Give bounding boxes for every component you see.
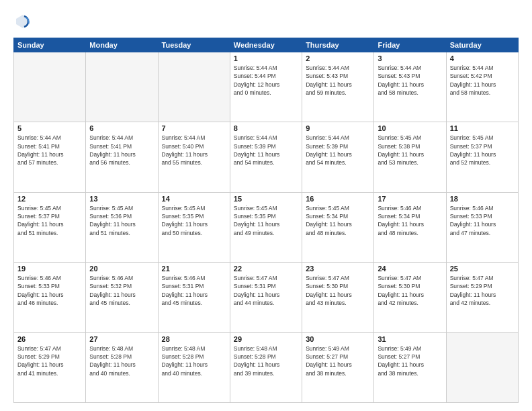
calendar-cell: 26Sunrise: 5:47 AM Sunset: 5:29 PM Dayli…: [14, 332, 86, 402]
cell-info: Sunrise: 5:45 AM Sunset: 5:37 PM Dayligh…: [450, 134, 515, 167]
logo-icon: [13, 12, 32, 31]
calendar-cell: 14Sunrise: 5:45 AM Sunset: 5:35 PM Dayli…: [158, 192, 230, 262]
cell-info: Sunrise: 5:47 AM Sunset: 5:30 PM Dayligh…: [378, 274, 442, 307]
cell-info: Sunrise: 5:45 AM Sunset: 5:35 PM Dayligh…: [234, 204, 298, 237]
calendar-cell: 8Sunrise: 5:44 AM Sunset: 5:39 PM Daylig…: [230, 122, 302, 192]
calendar-cell: [446, 332, 518, 402]
calendar-cell: 24Sunrise: 5:47 AM Sunset: 5:30 PM Dayli…: [374, 263, 446, 332]
calendar-cell: 20Sunrise: 5:46 AM Sunset: 5:32 PM Dayli…: [86, 263, 158, 332]
day-number: 14: [162, 195, 226, 203]
calendar-cell: 23Sunrise: 5:47 AM Sunset: 5:30 PM Dayli…: [302, 263, 374, 332]
page: SundayMondayTuesdayWednesdayThursdayFrid…: [0, 0, 532, 411]
cell-info: Sunrise: 5:47 AM Sunset: 5:30 PM Dayligh…: [306, 274, 370, 307]
calendar-cell: 12Sunrise: 5:45 AM Sunset: 5:37 PM Dayli…: [14, 192, 86, 262]
day-number: 28: [162, 335, 226, 343]
day-number: 25: [450, 265, 515, 273]
cell-info: Sunrise: 5:48 AM Sunset: 5:28 PM Dayligh…: [162, 345, 226, 377]
calendar-cell: 7Sunrise: 5:44 AM Sunset: 5:40 PM Daylig…: [158, 122, 230, 192]
calendar-week-3: 12Sunrise: 5:45 AM Sunset: 5:37 PM Dayli…: [14, 192, 519, 262]
day-number: 21: [162, 265, 226, 273]
cell-info: Sunrise: 5:46 AM Sunset: 5:33 PM Dayligh…: [17, 274, 82, 307]
calendar-header-tuesday: Tuesday: [158, 38, 230, 52]
cell-info: Sunrise: 5:46 AM Sunset: 5:34 PM Dayligh…: [378, 204, 442, 237]
day-number: 19: [17, 265, 82, 273]
calendar-cell: 30Sunrise: 5:49 AM Sunset: 5:27 PM Dayli…: [302, 332, 374, 402]
day-number: 9: [306, 124, 370, 132]
day-number: 12: [17, 195, 82, 203]
day-number: 17: [378, 195, 442, 203]
calendar-week-2: 5Sunrise: 5:44 AM Sunset: 5:41 PM Daylig…: [14, 122, 519, 192]
day-number: 30: [306, 335, 370, 343]
logo: [13, 12, 36, 31]
day-number: 2: [306, 54, 370, 62]
calendar-header-friday: Friday: [374, 38, 446, 52]
day-number: 20: [89, 265, 154, 273]
calendar-week-4: 19Sunrise: 5:46 AM Sunset: 5:33 PM Dayli…: [14, 263, 519, 332]
day-number: 16: [306, 195, 370, 203]
calendar-table: SundayMondayTuesdayWednesdayThursdayFrid…: [13, 38, 519, 403]
day-number: 15: [234, 195, 298, 203]
calendar-cell: 21Sunrise: 5:46 AM Sunset: 5:31 PM Dayli…: [158, 263, 230, 332]
cell-info: Sunrise: 5:44 AM Sunset: 5:42 PM Dayligh…: [450, 64, 515, 97]
cell-info: Sunrise: 5:47 AM Sunset: 5:31 PM Dayligh…: [234, 274, 298, 307]
cell-info: Sunrise: 5:47 AM Sunset: 5:29 PM Dayligh…: [450, 274, 515, 307]
day-number: 24: [378, 265, 442, 273]
calendar-cell: 19Sunrise: 5:46 AM Sunset: 5:33 PM Dayli…: [14, 263, 86, 332]
cell-info: Sunrise: 5:44 AM Sunset: 5:44 PM Dayligh…: [234, 64, 298, 97]
calendar-header-monday: Monday: [86, 38, 158, 52]
calendar-header-thursday: Thursday: [302, 38, 374, 52]
calendar-cell: 4Sunrise: 5:44 AM Sunset: 5:42 PM Daylig…: [446, 52, 518, 122]
day-number: 6: [89, 124, 154, 132]
day-number: 3: [378, 54, 442, 62]
calendar-cell: 31Sunrise: 5:49 AM Sunset: 5:27 PM Dayli…: [374, 332, 446, 402]
cell-info: Sunrise: 5:47 AM Sunset: 5:29 PM Dayligh…: [17, 345, 82, 377]
cell-info: Sunrise: 5:44 AM Sunset: 5:39 PM Dayligh…: [306, 134, 370, 167]
cell-info: Sunrise: 5:44 AM Sunset: 5:43 PM Dayligh…: [378, 64, 442, 97]
cell-info: Sunrise: 5:49 AM Sunset: 5:27 PM Dayligh…: [378, 345, 442, 377]
cell-info: Sunrise: 5:45 AM Sunset: 5:35 PM Dayligh…: [162, 204, 226, 237]
cell-info: Sunrise: 5:49 AM Sunset: 5:27 PM Dayligh…: [306, 345, 370, 377]
day-number: 5: [17, 124, 82, 132]
cell-info: Sunrise: 5:45 AM Sunset: 5:37 PM Dayligh…: [17, 204, 82, 237]
day-number: 26: [17, 335, 82, 343]
calendar-cell: 18Sunrise: 5:46 AM Sunset: 5:33 PM Dayli…: [446, 192, 518, 262]
calendar-cell: 6Sunrise: 5:44 AM Sunset: 5:41 PM Daylig…: [86, 122, 158, 192]
day-number: 31: [378, 335, 442, 343]
calendar-cell: 15Sunrise: 5:45 AM Sunset: 5:35 PM Dayli…: [230, 192, 302, 262]
calendar-cell: [14, 52, 86, 122]
calendar-cell: 28Sunrise: 5:48 AM Sunset: 5:28 PM Dayli…: [158, 332, 230, 402]
header: [13, 12, 519, 31]
cell-info: Sunrise: 5:44 AM Sunset: 5:39 PM Dayligh…: [234, 134, 298, 167]
calendar-cell: 13Sunrise: 5:45 AM Sunset: 5:36 PM Dayli…: [86, 192, 158, 262]
calendar-header-saturday: Saturday: [446, 38, 518, 52]
day-number: 4: [450, 54, 515, 62]
calendar-header-wednesday: Wednesday: [230, 38, 302, 52]
calendar-cell: 2Sunrise: 5:44 AM Sunset: 5:43 PM Daylig…: [302, 52, 374, 122]
calendar-cell: 5Sunrise: 5:44 AM Sunset: 5:41 PM Daylig…: [14, 122, 86, 192]
day-number: 22: [234, 265, 298, 273]
calendar-cell: 16Sunrise: 5:45 AM Sunset: 5:34 PM Dayli…: [302, 192, 374, 262]
cell-info: Sunrise: 5:48 AM Sunset: 5:28 PM Dayligh…: [234, 345, 298, 377]
calendar-header-sunday: Sunday: [14, 38, 86, 52]
cell-info: Sunrise: 5:46 AM Sunset: 5:32 PM Dayligh…: [89, 274, 154, 307]
calendar-cell: 29Sunrise: 5:48 AM Sunset: 5:28 PM Dayli…: [230, 332, 302, 402]
day-number: 23: [306, 265, 370, 273]
calendar-week-1: 1Sunrise: 5:44 AM Sunset: 5:44 PM Daylig…: [14, 52, 519, 122]
calendar-cell: 9Sunrise: 5:44 AM Sunset: 5:39 PM Daylig…: [302, 122, 374, 192]
calendar-cell: 27Sunrise: 5:48 AM Sunset: 5:28 PM Dayli…: [86, 332, 158, 402]
calendar-cell: [86, 52, 158, 122]
cell-info: Sunrise: 5:46 AM Sunset: 5:33 PM Dayligh…: [450, 204, 515, 237]
day-number: 10: [378, 124, 442, 132]
cell-info: Sunrise: 5:45 AM Sunset: 5:34 PM Dayligh…: [306, 204, 370, 237]
cell-info: Sunrise: 5:48 AM Sunset: 5:28 PM Dayligh…: [89, 345, 154, 377]
calendar-cell: 22Sunrise: 5:47 AM Sunset: 5:31 PM Dayli…: [230, 263, 302, 332]
calendar-cell: 1Sunrise: 5:44 AM Sunset: 5:44 PM Daylig…: [230, 52, 302, 122]
calendar-header-row: SundayMondayTuesdayWednesdayThursdayFrid…: [14, 38, 519, 52]
calendar-week-5: 26Sunrise: 5:47 AM Sunset: 5:29 PM Dayli…: [14, 332, 519, 402]
day-number: 18: [450, 195, 515, 203]
day-number: 29: [234, 335, 298, 343]
calendar-cell: 10Sunrise: 5:45 AM Sunset: 5:38 PM Dayli…: [374, 122, 446, 192]
day-number: 13: [89, 195, 154, 203]
day-number: 1: [234, 54, 298, 62]
cell-info: Sunrise: 5:45 AM Sunset: 5:36 PM Dayligh…: [89, 204, 154, 237]
